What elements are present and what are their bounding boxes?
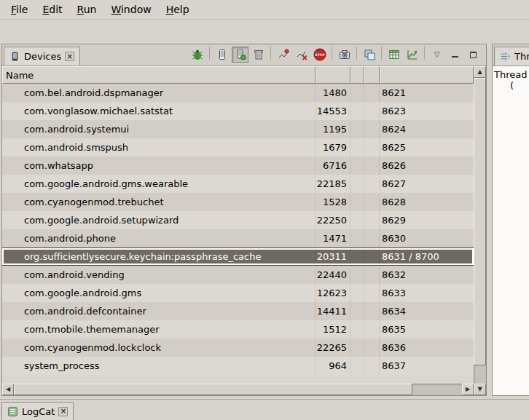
- column-header-3[interactable]: [350, 66, 364, 84]
- debug-process-button[interactable]: [189, 47, 205, 63]
- minimize-button[interactable]: [447, 47, 463, 63]
- process-row[interactable]: system_process 964 8637: [2, 357, 474, 375]
- process-name-cell: com.google.android.setupwizard: [2, 211, 316, 229]
- tab-threads[interactable]: Threads: [494, 47, 529, 66]
- process-row[interactable]: org.sufficientlysecure.keychain:passphra…: [2, 247, 474, 266]
- process-row[interactable]: com.android.phone 1471 8630: [2, 229, 474, 247]
- process-pid-cell: 1195: [316, 120, 350, 138]
- process-cell-4: [364, 338, 380, 357]
- process-cell-4: [364, 211, 380, 229]
- column-header-name[interactable]: Name: [2, 66, 316, 84]
- scroll-up-button[interactable]: ▲: [474, 66, 486, 78]
- close-icon[interactable]: ×: [65, 52, 74, 61]
- threads-panel: Threads Thread up (: [492, 44, 529, 396]
- heap-button[interactable]: [213, 47, 230, 63]
- process-cell-3: [350, 84, 364, 102]
- network-stats-button[interactable]: [404, 47, 420, 63]
- process-row[interactable]: com.google.android.gms.wearable 22185 86…: [2, 175, 474, 193]
- process-pid-cell: 1480: [316, 84, 350, 102]
- stop-process-button[interactable]: STOP: [311, 47, 328, 63]
- process-pid-cell: 22250: [316, 211, 350, 229]
- menu-item-label: File: [11, 4, 28, 15]
- allocation-table-button[interactable]: [385, 47, 402, 63]
- menu-item[interactable]: Window: [103, 0, 158, 19]
- menu-item[interactable]: Edit: [35, 0, 69, 19]
- maximize-button[interactable]: [465, 47, 482, 63]
- process-row[interactable]: com.vonglasow.michael.satstat 14553 8623: [2, 102, 474, 120]
- process-row[interactable]: com.bel.android.dspmanager 1480 8621: [2, 84, 474, 102]
- vertical-scroll-track[interactable]: [474, 78, 486, 384]
- process-name-cell: com.tmobile.thememanager: [2, 320, 316, 338]
- horizontal-scroll-thumb[interactable]: [14, 384, 412, 395]
- menu-item-label: Help: [166, 4, 189, 15]
- view-menu-button[interactable]: ▽: [428, 47, 445, 63]
- process-row[interactable]: com.android.systemui 1195 8624: [2, 120, 474, 138]
- process-port-cell: 8625: [380, 138, 474, 156]
- process-cell-4: [364, 320, 380, 338]
- menu-item[interactable]: Help: [159, 0, 197, 19]
- maximize-icon: [470, 52, 477, 58]
- process-name-cell: com.vonglasow.michael.satstat: [2, 102, 316, 120]
- process-list: com.bel.android.dspmanager 1480 8621 com…: [2, 84, 474, 384]
- process-cell-4: [364, 175, 380, 193]
- process-row[interactable]: com.google.android.setupwizard 22250 862…: [2, 211, 474, 229]
- panel-sash[interactable]: [487, 44, 492, 396]
- close-icon[interactable]: ×: [58, 407, 68, 416]
- down-arrow-icon: ▼: [477, 387, 482, 392]
- toolbar-separator: [424, 47, 425, 60]
- stop-icon: STOP: [313, 48, 326, 61]
- column-header-4[interactable]: [364, 66, 380, 84]
- process-row[interactable]: com.android.smspush 1679 8625: [2, 138, 474, 156]
- process-port-cell: 8633: [380, 284, 474, 302]
- right-arrow-icon: ▶: [466, 387, 470, 392]
- update-heap-button[interactable]: [232, 47, 248, 63]
- process-cell-3: [350, 229, 364, 247]
- tab-devices[interactable]: Devices ×: [4, 47, 80, 66]
- menu-item[interactable]: File: [4, 0, 35, 19]
- process-cell-3: [350, 284, 364, 302]
- process-port-cell: 8624: [380, 120, 474, 138]
- process-port-cell: 8626: [380, 156, 474, 175]
- horizontal-scrollbar[interactable]: ◀ ▶: [2, 384, 474, 395]
- cascade-windows-icon: [364, 49, 375, 60]
- trash-icon: [253, 49, 264, 60]
- process-cell-3: [350, 138, 364, 156]
- process-row[interactable]: com.cyanogenmod.lockclock 22265 8636: [2, 338, 474, 357]
- column-header-pid[interactable]: [316, 66, 350, 84]
- column-header-port[interactable]: [380, 66, 474, 84]
- screen-capture-button[interactable]: [336, 47, 353, 63]
- process-row[interactable]: com.android.vending 22440 8632: [2, 266, 474, 284]
- menu-item[interactable]: Run: [70, 0, 104, 19]
- scroll-left-button[interactable]: ◀: [2, 384, 14, 395]
- method-profiling-button[interactable]: [293, 47, 310, 63]
- vertical-scrollbar[interactable]: ▲ ▼: [474, 66, 486, 395]
- threads-update-icon: [278, 49, 289, 60]
- tab-logcat[interactable]: LogCat ×: [1, 402, 74, 420]
- process-cell-3: [350, 102, 364, 120]
- process-pid-cell: 14411: [316, 302, 350, 320]
- devices-view-toolbar: STOP: [189, 47, 485, 66]
- process-port-cell: 8630: [380, 229, 474, 247]
- process-row[interactable]: com.cyanogenmod.trebuchet 1528 8628: [2, 193, 474, 211]
- menu-item-label: Window: [111, 4, 151, 15]
- toolbar-separator: [332, 47, 332, 60]
- cause-gc-button[interactable]: [250, 47, 267, 63]
- hierarchy-view-button[interactable]: [361, 47, 377, 63]
- scroll-down-button[interactable]: ▼: [474, 384, 486, 395]
- process-cell-4: [364, 138, 380, 156]
- vertical-scroll-thumb[interactable]: [474, 78, 486, 365]
- process-row[interactable]: com.android.defcontainer 14411 8634: [2, 302, 474, 320]
- process-row[interactable]: com.tmobile.thememanager 1512 8635: [2, 320, 474, 338]
- toolbar-separator: [209, 47, 210, 60]
- logcat-strip: LogCat ×: [0, 399, 529, 420]
- process-name-cell: com.cyanogenmod.lockclock: [2, 338, 316, 357]
- process-row[interactable]: com.whatsapp 6716 8626: [2, 156, 474, 175]
- process-pid-cell: 1512: [316, 320, 350, 338]
- scroll-right-button[interactable]: ▶: [462, 384, 474, 395]
- up-arrow-icon: ▲: [477, 69, 482, 75]
- process-row[interactable]: com.google.android.gms 12623 8633: [2, 284, 474, 302]
- update-threads-button[interactable]: [275, 47, 291, 63]
- toolbar-separator: [356, 47, 357, 60]
- horizontal-scroll-track[interactable]: [14, 384, 462, 395]
- process-port-cell: 8621: [380, 84, 474, 102]
